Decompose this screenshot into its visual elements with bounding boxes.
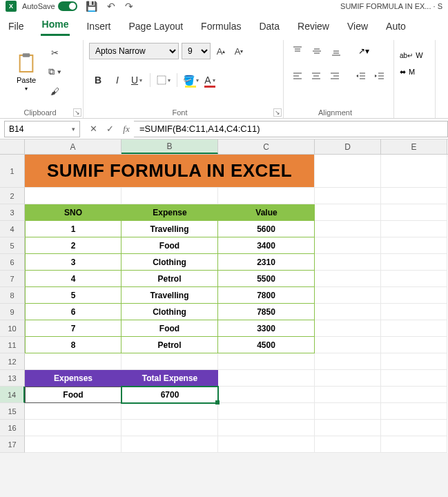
- table-row[interactable]: Food: [121, 320, 218, 337]
- underline-button[interactable]: U: [128, 71, 146, 89]
- clipboard-launcher[interactable]: ↘: [73, 108, 81, 117]
- tab-review[interactable]: Review: [296, 17, 331, 36]
- select-all-corner[interactable]: [0, 139, 25, 154]
- decrease-font-button[interactable]: A▾: [231, 43, 246, 59]
- table-row[interactable]: Food: [121, 237, 218, 254]
- orientation-button[interactable]: ↗▾: [356, 43, 372, 59]
- table-row[interactable]: 4500: [218, 337, 315, 353]
- font-launcher[interactable]: ↘: [273, 108, 282, 117]
- table-row[interactable]: 3400: [218, 237, 315, 254]
- table-row[interactable]: Clothing: [121, 304, 218, 320]
- tab-view[interactable]: View: [346, 17, 369, 36]
- align-center-button[interactable]: [308, 68, 324, 84]
- font-name-select[interactable]: Aptos Narrow: [89, 43, 179, 59]
- summary-header-total[interactable]: Total Expense: [121, 370, 218, 387]
- format-painter-button[interactable]: 🖌: [46, 84, 64, 98]
- col-header-e[interactable]: E: [381, 139, 447, 154]
- enter-formula-button[interactable]: ✓: [102, 121, 117, 137]
- table-row[interactable]: 1: [25, 221, 121, 237]
- font-size-select[interactable]: 9: [182, 43, 211, 59]
- group-clipboard: Paste ▾ ✂ ⧉ ▾ 🖌 Clipboard ↘: [4, 40, 84, 118]
- fill-color-button[interactable]: 🪣: [182, 71, 199, 89]
- align-middle-button[interactable]: [309, 43, 325, 59]
- formula-input[interactable]: =SUMIF(B4:C11,A14,C4:C11): [134, 121, 448, 137]
- font-color-button[interactable]: A: [201, 71, 219, 89]
- name-box[interactable]: B14▾: [4, 121, 80, 137]
- cut-button[interactable]: ✂: [46, 46, 64, 59]
- formula-bar: B14▾ ✕ ✓ fx =SUMIF(B4:C11,A14,C4:C11): [0, 119, 448, 139]
- svg-rect-1: [23, 53, 30, 57]
- save-icon[interactable]: 💾: [86, 1, 97, 12]
- group-wrap: ab↵W ⬌M: [394, 40, 436, 118]
- align-left-button[interactable]: [289, 68, 305, 84]
- cancel-formula-button[interactable]: ✕: [86, 121, 101, 137]
- table-row[interactable]: Travelling: [121, 287, 218, 304]
- undo-icon[interactable]: ↶: [107, 1, 115, 12]
- insert-function-button[interactable]: fx: [119, 121, 134, 137]
- paste-button[interactable]: Paste ▾: [10, 41, 43, 102]
- tab-file[interactable]: File: [7, 17, 26, 36]
- table-row[interactable]: Travelling: [121, 221, 218, 237]
- excel-icon: X: [6, 1, 17, 12]
- group-font: Aptos Narrow 9 A▴ A▾ B I U 🪣 A Font ↘: [84, 40, 284, 118]
- col-header-a[interactable]: A: [25, 139, 121, 154]
- menu-bar: File Home Insert Page Layout Formulas Da…: [0, 12, 448, 36]
- copy-button[interactable]: ⧉ ▾: [46, 65, 64, 79]
- tab-formulas[interactable]: Formulas: [199, 17, 242, 36]
- table-row[interactable]: 5600: [218, 221, 315, 237]
- table-row[interactable]: Clothing: [121, 254, 218, 271]
- title-bar: X AutoSave 💾 ↶ ↷ SUMIF FORMULA IN EX... …: [0, 0, 448, 12]
- tab-automate[interactable]: Auto: [384, 17, 407, 36]
- header-value[interactable]: Value: [218, 204, 315, 221]
- tab-home[interactable]: Home: [41, 14, 70, 36]
- svg-rect-0: [20, 55, 33, 72]
- table-row[interactable]: 2310: [218, 254, 315, 271]
- row-header[interactable]: 1: [0, 155, 25, 188]
- group-alignment: ↗▾ Alignment: [284, 40, 394, 118]
- redo-icon[interactable]: ↷: [125, 1, 133, 12]
- col-header-b[interactable]: B: [121, 139, 218, 154]
- wrap-text-button[interactable]: ab↵W: [400, 47, 429, 64]
- table-row[interactable]: 7850: [218, 304, 315, 320]
- active-cell-b14[interactable]: 6700: [121, 387, 218, 403]
- autosave-toggle[interactable]: [58, 1, 77, 11]
- decrease-indent-button[interactable]: [353, 68, 369, 84]
- table-row[interactable]: 7: [25, 320, 121, 337]
- align-right-button[interactable]: [327, 68, 342, 84]
- header-sno[interactable]: SNO: [25, 204, 121, 221]
- align-top-button[interactable]: [289, 43, 306, 59]
- document-title: SUMIF FORMULA IN EX... · S: [340, 2, 442, 10]
- increase-indent-button[interactable]: [372, 68, 388, 84]
- tab-page-layout[interactable]: Page Layout: [127, 17, 184, 36]
- title-cell[interactable]: SUMIF FORMULA IN EXCEL: [25, 155, 315, 188]
- ribbon: Paste ▾ ✂ ⧉ ▾ 🖌 Clipboard ↘ Aptos Narrow…: [0, 36, 448, 119]
- align-bottom-button[interactable]: [328, 43, 344, 59]
- table-row[interactable]: 5500: [218, 271, 315, 287]
- autosave-label: AutoSave: [22, 2, 55, 10]
- summary-header-expenses[interactable]: Expenses: [25, 370, 121, 387]
- summary-expense[interactable]: Food: [25, 387, 121, 403]
- table-row[interactable]: 4: [25, 271, 121, 287]
- table-row[interactable]: 7800: [218, 287, 315, 304]
- table-row[interactable]: 3: [25, 254, 121, 271]
- col-header-d[interactable]: D: [315, 139, 381, 154]
- bold-button[interactable]: B: [89, 71, 107, 89]
- spreadsheet-grid[interactable]: 1 SUMIF FORMULA IN EXCEL 2 3 SNO Expense…: [0, 155, 448, 453]
- table-row[interactable]: Petrol: [121, 337, 218, 353]
- table-row[interactable]: 6: [25, 304, 121, 320]
- italic-button[interactable]: I: [108, 71, 126, 89]
- table-row[interactable]: 5: [25, 287, 121, 304]
- tab-data[interactable]: Data: [257, 17, 281, 36]
- tab-insert[interactable]: Insert: [85, 17, 112, 36]
- header-expense[interactable]: Expense: [121, 204, 218, 221]
- table-row[interactable]: 8: [25, 337, 121, 353]
- table-row[interactable]: Petrol: [121, 271, 218, 287]
- merge-button[interactable]: ⬌M: [400, 64, 429, 80]
- increase-font-button[interactable]: A▴: [213, 43, 228, 59]
- table-row[interactable]: 3300: [218, 320, 315, 337]
- column-headers: A B C D E: [0, 139, 448, 155]
- svg-rect-2: [157, 76, 166, 84]
- borders-button[interactable]: [155, 71, 173, 89]
- table-row[interactable]: 2: [25, 237, 121, 254]
- col-header-c[interactable]: C: [218, 139, 315, 154]
